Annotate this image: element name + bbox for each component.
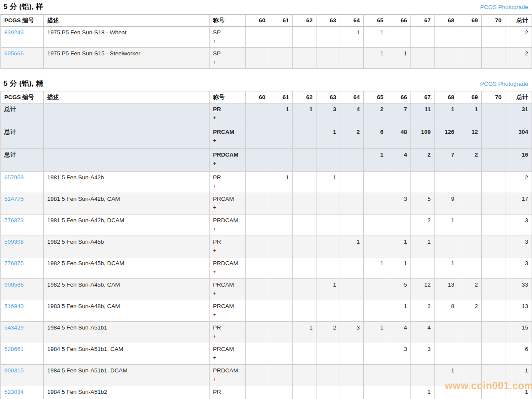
designation-cell: SP+ (210, 48, 246, 69)
grade-cell-70 (482, 103, 505, 126)
grade-cell-67 (411, 172, 435, 193)
total-cell: 33 (505, 279, 532, 300)
designation-cell: PR+ (210, 103, 246, 126)
grade-cell-70 (482, 386, 505, 399)
grade-cell-68 (435, 236, 458, 257)
grade-cell-62 (293, 279, 316, 300)
grade-cell-60 (246, 27, 269, 48)
table-row: 9003151984 5 Fen Sun-A51b1, DCAMPRDCAM+1… (1, 365, 532, 386)
grade-cell-70 (482, 215, 505, 236)
total-cell: 304 (505, 126, 532, 149)
pcgs-number-link[interactable]: 605666 (4, 50, 24, 57)
column-header-designation: 称号 (210, 91, 246, 103)
pcgs-number-link[interactable]: 523034 (4, 389, 24, 395)
grade-cell-65 (364, 236, 387, 257)
grade-cell-70 (482, 343, 505, 365)
pcgs-number-cell: 657959 (1, 172, 44, 193)
grade-cell-64 (340, 386, 364, 399)
grade-cell-63: 3 (316, 103, 340, 126)
designation-plus: + (213, 289, 242, 298)
pcgs-photograde-link[interactable]: PCGS Photograde (480, 81, 528, 87)
grade-cell-67: 4 (411, 322, 435, 343)
pcgs-number-link[interactable]: 839243 (4, 29, 24, 36)
grade-cell-61 (269, 236, 293, 257)
column-header-grade-66: 66 (387, 91, 411, 103)
column-header-grade-63: 63 (316, 15, 340, 27)
column-header-grade-67: 67 (411, 91, 435, 103)
table-row: 5093081982 5 Fen Sun-A45bPR+1113 (1, 236, 532, 257)
pcgs-number-link[interactable]: 514775 (4, 196, 24, 202)
pcgs-number-cell: 514775 (1, 193, 44, 215)
pcgs-number-cell: 900315 (1, 365, 44, 386)
grade-cell-62 (293, 300, 316, 322)
designation-name: PRCAM (213, 302, 242, 311)
grade-cell-60 (246, 48, 269, 69)
grade-cell-60 (246, 236, 269, 257)
column-header-description: 描述 (44, 15, 210, 27)
grade-cell-66: 1 (387, 300, 411, 322)
table-row: 7768731981 5 Fen Sun-A42b, DCAMPRDCAM+21… (1, 215, 532, 236)
grade-cell-67 (411, 257, 435, 279)
grade-cell-64 (340, 279, 364, 300)
designation-cell: PRCAM+ (210, 279, 246, 300)
grade-cell-69: 1 (458, 103, 482, 126)
designation-plus: + (213, 311, 242, 319)
pcgs-number-link[interactable]: 528661 (4, 346, 24, 352)
grade-cell-63 (316, 386, 340, 399)
designation-plus: + (213, 246, 242, 255)
designation-plus: + (213, 37, 242, 45)
pcgs-photograde-link[interactable]: PCGS Photograde (480, 4, 528, 10)
designation-name: PRCAM (213, 281, 242, 289)
designation-name: SP (213, 49, 242, 58)
grade-cell-68: 1 (435, 103, 458, 126)
table-row: 7768751982 5 Fen Sun-A45b, DCAMPRDCAM+11… (1, 257, 532, 279)
grade-cell-66: 48 (387, 126, 411, 149)
grade-cell-63 (316, 365, 340, 386)
column-header-grade-62: 62 (293, 15, 316, 27)
grade-cell-62 (293, 193, 316, 215)
designation-cell: PRCAM+ (210, 300, 246, 322)
grade-cell-65: 6 (364, 126, 387, 149)
grade-cell-64 (340, 193, 364, 215)
column-header-grade-68: 68 (435, 15, 458, 27)
grade-cell-66: 3 (387, 343, 411, 365)
designation-cell: PR+ (210, 386, 246, 399)
designation-name: PRDCAM (213, 216, 242, 225)
pcgs-number-link[interactable]: 657959 (4, 174, 24, 181)
pcgs-number-link[interactable]: 900566 (4, 281, 24, 288)
grade-cell-63 (316, 257, 340, 279)
column-header-grade-70: 70 (482, 15, 505, 27)
pcgs-number-link[interactable]: 509308 (4, 239, 24, 245)
description-cell (44, 149, 210, 172)
designation-plus: + (213, 332, 242, 341)
grade-cell-64 (340, 48, 364, 69)
designation-cell: PRCAM+ (210, 193, 246, 215)
grade-cell-60 (246, 300, 269, 322)
grade-cell-70 (482, 48, 505, 69)
grade-cell-66: 1 (387, 236, 411, 257)
grade-cell-65: 1 (364, 322, 387, 343)
grade-cell-70 (482, 193, 505, 215)
grade-cell-67 (411, 27, 435, 48)
designation-plus: + (213, 225, 242, 233)
grade-cell-63 (316, 149, 340, 172)
pcgs-number-link[interactable]: 776875 (4, 260, 24, 266)
designation-name: SP (213, 28, 242, 37)
grade-cell-60 (246, 193, 269, 215)
description-cell: 1981 5 Fen Sun-A42b, CAM (44, 193, 210, 215)
designation-cell: PRCAM+ (210, 126, 246, 149)
grade-cell-65: 2 (364, 103, 387, 126)
grade-cell-67 (411, 365, 435, 386)
column-header-grade-67: 67 (411, 15, 435, 27)
grade-cell-63: 1 (316, 279, 340, 300)
grade-cell-61 (269, 48, 293, 69)
pcgs-number-link[interactable]: 776873 (4, 217, 24, 224)
population-table: PCGS 编号描述称号6061626364656667686970总计 总计PR… (0, 91, 532, 399)
grade-cell-69: 2 (458, 279, 482, 300)
pcgs-number-link[interactable]: 543429 (4, 324, 24, 331)
pcgs-number-link[interactable]: 516940 (4, 303, 24, 309)
pcgs-number-cell: 516940 (1, 300, 44, 322)
grade-cell-66: 4 (387, 322, 411, 343)
section-title: 5 分 (铝), 样 (3, 3, 43, 11)
pcgs-number-link[interactable]: 900315 (4, 367, 24, 374)
